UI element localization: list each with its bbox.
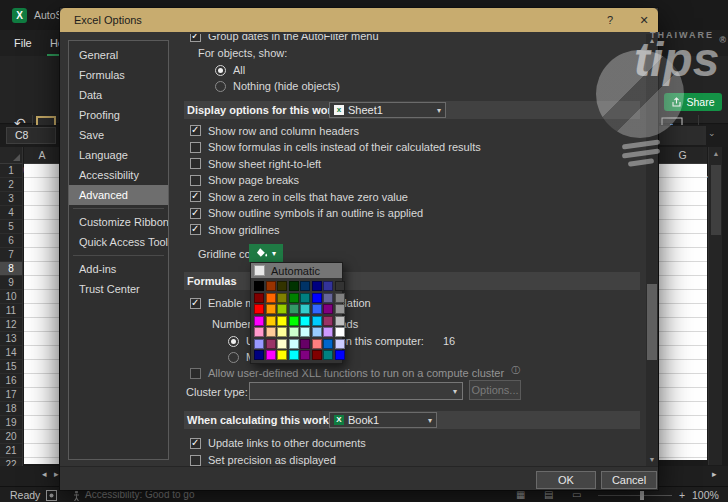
row-header-22[interactable]: 22 <box>0 458 22 466</box>
formula-bar[interactable] <box>658 126 706 145</box>
sidebar-item-add-ins[interactable]: Add-ins <box>69 259 168 279</box>
worksheet-option-checkbox[interactable] <box>190 224 201 235</box>
row-header-2[interactable]: 2 <box>0 178 22 192</box>
color-swatch[interactable] <box>323 339 333 349</box>
color-swatch[interactable] <box>277 339 287 349</box>
color-swatch[interactable] <box>254 350 264 360</box>
column-header-a[interactable]: A <box>24 147 60 164</box>
color-swatch[interactable] <box>312 304 322 314</box>
row-header-21[interactable]: 21 <box>0 444 22 458</box>
color-swatch[interactable] <box>277 327 287 337</box>
color-swatch[interactable] <box>312 293 322 303</box>
color-swatch[interactable] <box>254 281 264 291</box>
row-header-6[interactable]: 6 <box>0 234 22 248</box>
color-swatch[interactable] <box>323 316 333 326</box>
row-header-11[interactable]: 11 <box>0 304 22 318</box>
row-header-5[interactable]: 5 <box>0 220 22 234</box>
scroll-up-icon[interactable]: ▲ <box>646 34 658 47</box>
color-swatch[interactable] <box>277 293 287 303</box>
color-swatch[interactable] <box>335 293 345 303</box>
color-swatch[interactable] <box>335 327 345 337</box>
worksheet-option-checkbox[interactable] <box>190 191 201 202</box>
row-header-9[interactable]: 9 <box>0 276 22 290</box>
color-swatch[interactable] <box>266 316 276 326</box>
row-header-20[interactable]: 20 <box>0 430 22 444</box>
color-swatch[interactable] <box>289 293 299 303</box>
color-swatch[interactable] <box>266 327 276 337</box>
update-links-checkbox[interactable] <box>190 438 201 449</box>
scrollbar-thumb[interactable] <box>711 165 721 235</box>
color-swatch[interactable] <box>289 316 299 326</box>
hscroll-right-icon[interactable]: ▸ <box>712 469 717 479</box>
color-swatch[interactable] <box>254 327 264 337</box>
row-header-13[interactable]: 13 <box>0 332 22 346</box>
worksheet-option-checkbox[interactable] <box>190 175 201 186</box>
sidebar-item-accessibility[interactable]: Accessibility <box>69 165 168 185</box>
color-swatch[interactable] <box>323 304 333 314</box>
color-swatch[interactable] <box>312 350 322 360</box>
color-swatch[interactable] <box>266 350 276 360</box>
color-swatch[interactable] <box>300 327 310 337</box>
color-swatch[interactable] <box>335 304 345 314</box>
row-header-3[interactable]: 3 <box>0 192 22 206</box>
worksheet-option-checkbox[interactable] <box>190 208 201 219</box>
color-swatch[interactable] <box>335 350 345 360</box>
sidebar-item-language[interactable]: Language <box>69 145 168 165</box>
tab-file[interactable]: File <box>14 30 32 56</box>
color-swatch[interactable] <box>277 281 287 291</box>
sidebar-item-formulas[interactable]: Formulas <box>69 65 168 85</box>
status-mode[interactable]: Ready <box>10 487 40 502</box>
color-swatch[interactable] <box>323 350 333 360</box>
color-swatch[interactable] <box>323 293 333 303</box>
color-swatch[interactable] <box>277 350 287 360</box>
share-button[interactable]: Share <box>664 93 722 111</box>
color-swatch[interactable] <box>289 350 299 360</box>
worksheet-option-checkbox[interactable] <box>190 125 201 136</box>
zoom-slider[interactable] <box>598 495 672 496</box>
color-swatch[interactable] <box>300 316 310 326</box>
row-header-17[interactable]: 17 <box>0 388 22 402</box>
color-swatch[interactable] <box>266 304 276 314</box>
color-swatch[interactable] <box>289 281 299 291</box>
color-swatch[interactable] <box>266 293 276 303</box>
color-swatch[interactable] <box>335 316 345 326</box>
row-header-19[interactable]: 19 <box>0 416 22 430</box>
macro-record-icon[interactable] <box>46 490 57 502</box>
color-swatch[interactable] <box>266 339 276 349</box>
row-header-1[interactable]: 1 <box>0 164 22 178</box>
ok-button[interactable]: OK <box>536 471 596 489</box>
sidebar-item-general[interactable]: General <box>69 45 168 65</box>
manual-radio[interactable] <box>228 352 239 363</box>
allow-xll-checkbox[interactable] <box>190 368 201 379</box>
sheet-cells-right[interactable] <box>658 164 707 460</box>
workbook-selector-dropdown[interactable]: X Book1 ▾ <box>329 412 437 428</box>
zoom-level[interactable]: 100% <box>692 487 719 502</box>
row-header-18[interactable]: 18 <box>0 402 22 416</box>
color-swatch[interactable] <box>323 281 333 291</box>
color-swatch[interactable] <box>289 304 299 314</box>
row-header-14[interactable]: 14 <box>0 346 22 360</box>
column-header-g[interactable]: G <box>658 147 707 164</box>
dialog-scrollbar[interactable]: ▲ ▼ <box>646 34 658 466</box>
color-swatch[interactable] <box>254 339 264 349</box>
cancel-button[interactable]: Cancel <box>601 471 657 489</box>
color-swatch[interactable] <box>335 339 345 349</box>
color-swatch[interactable] <box>335 281 345 291</box>
sidebar-item-save[interactable]: Save <box>69 125 168 145</box>
sheet-nav-prev-icon[interactable]: ◂ <box>42 469 47 479</box>
worksheet-option-checkbox[interactable] <box>190 142 201 153</box>
sidebar-item-trust-center[interactable]: Trust Center <box>69 279 168 299</box>
enable-multithread-checkbox[interactable] <box>190 298 201 309</box>
sidebar-item-advanced[interactable]: Advanced <box>69 185 168 205</box>
sheet-cells-left[interactable] <box>24 164 60 464</box>
color-swatch[interactable] <box>312 327 322 337</box>
sheet-nav-next-icon[interactable]: ▸ <box>54 469 59 479</box>
scroll-up-icon[interactable]: ▲ <box>709 147 723 161</box>
color-swatch[interactable] <box>289 327 299 337</box>
color-swatch[interactable] <box>254 293 264 303</box>
worksheet-selector-dropdown[interactable]: x Sheet1 ▾ <box>329 102 446 118</box>
color-swatch[interactable] <box>312 316 322 326</box>
row-header-15[interactable]: 15 <box>0 360 22 374</box>
objects-nothing-radio[interactable] <box>215 81 226 92</box>
color-swatch[interactable] <box>312 339 322 349</box>
